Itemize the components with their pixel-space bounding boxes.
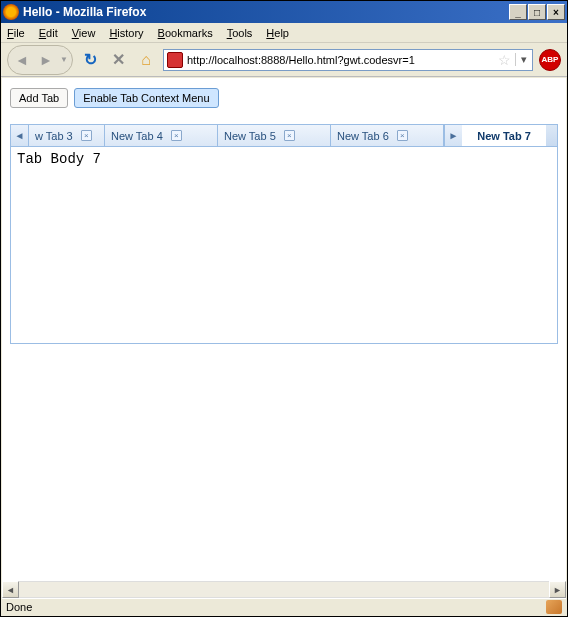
window-title: Hello - Mozilla Firefox — [23, 5, 509, 19]
statusbar: Done — [2, 598, 566, 615]
tab-strip: ◄ w Tab 3 × New Tab 4 × New Tab 5 × New … — [11, 125, 557, 147]
add-tab-button[interactable]: Add Tab — [10, 88, 68, 108]
scroll-left-button[interactable]: ◄ — [2, 581, 19, 598]
close-icon[interactable]: × — [81, 130, 92, 141]
tab-label: New Tab 6 — [337, 130, 389, 142]
scroll-right-button[interactable]: ► — [549, 581, 566, 598]
menu-file[interactable]: File — [7, 27, 25, 39]
menu-tools[interactable]: Tools — [227, 27, 253, 39]
maximize-button[interactable]: □ — [528, 4, 546, 20]
nav-toolbar: ◄ ► ▼ ↻ ✕ ⌂ http://localhost:8888/Hello.… — [1, 43, 567, 77]
adblock-icon[interactable]: ABP — [539, 49, 561, 71]
tab-label: w Tab 3 — [35, 130, 73, 142]
bookmark-star-icon[interactable]: ☆ — [498, 52, 511, 68]
menubar: File Edit View History Bookmarks Tools H… — [1, 23, 567, 43]
tab-label: New Tab 5 — [224, 130, 276, 142]
titlebar[interactable]: Hello - Mozilla Firefox _ □ × — [1, 1, 567, 23]
close-button[interactable]: × — [547, 4, 565, 20]
close-icon[interactable]: × — [397, 130, 408, 141]
page-content: Add Tab Enable Tab Context Menu ◄ w Tab … — [2, 78, 566, 581]
url-text[interactable]: http://localhost:8888/Hello.html?gwt.cod… — [187, 54, 494, 66]
forward-button[interactable]: ► — [34, 48, 58, 72]
tab-5[interactable]: New Tab 5 × — [218, 125, 331, 146]
menu-bookmarks[interactable]: Bookmarks — [158, 27, 213, 39]
home-button[interactable]: ⌂ — [135, 49, 157, 71]
minimize-button[interactable]: _ — [509, 4, 527, 20]
site-icon — [167, 52, 183, 68]
menu-help[interactable]: Help — [266, 27, 289, 39]
tab-3[interactable]: w Tab 3 × — [29, 125, 105, 146]
status-icon[interactable] — [546, 600, 562, 614]
tab-label: New Tab 4 — [111, 130, 163, 142]
tab-7[interactable]: New Tab 7 — [462, 125, 546, 146]
tab-scroll-left[interactable]: ◄ — [11, 125, 29, 146]
window-buttons: _ □ × — [509, 4, 565, 20]
url-bar[interactable]: http://localhost:8888/Hello.html?gwt.cod… — [163, 49, 533, 71]
close-icon[interactable]: × — [171, 130, 182, 141]
firefox-window: Hello - Mozilla Firefox _ □ × File Edit … — [0, 0, 568, 617]
back-button[interactable]: ◄ — [10, 48, 34, 72]
stop-button[interactable]: ✕ — [107, 49, 129, 71]
enable-context-menu-button[interactable]: Enable Tab Context Menu — [74, 88, 218, 108]
tab-label: New Tab 7 — [477, 130, 531, 142]
close-icon[interactable]: × — [284, 130, 295, 141]
horizontal-scrollbar[interactable]: ◄ ► — [2, 581, 566, 598]
history-dropdown[interactable]: ▼ — [58, 48, 70, 72]
tab-4[interactable]: New Tab 4 × — [105, 125, 218, 146]
button-row: Add Tab Enable Tab Context Menu — [10, 88, 558, 108]
scroll-track[interactable] — [19, 581, 549, 598]
tab-scroll-right[interactable]: ► — [444, 125, 462, 146]
menu-edit[interactable]: Edit — [39, 27, 58, 39]
nav-arrows: ◄ ► ▼ — [7, 45, 73, 75]
tab-panel: ◄ w Tab 3 × New Tab 4 × New Tab 5 × New … — [10, 124, 558, 344]
reload-button[interactable]: ↻ — [79, 49, 101, 71]
tab-body: Tab Body 7 — [11, 147, 557, 343]
firefox-icon — [3, 4, 19, 20]
menu-view[interactable]: View — [72, 27, 96, 39]
status-text: Done — [6, 601, 546, 613]
tab-6[interactable]: New Tab 6 × — [331, 125, 444, 146]
url-dropdown[interactable]: ▾ — [515, 53, 529, 66]
menu-history[interactable]: History — [109, 27, 143, 39]
